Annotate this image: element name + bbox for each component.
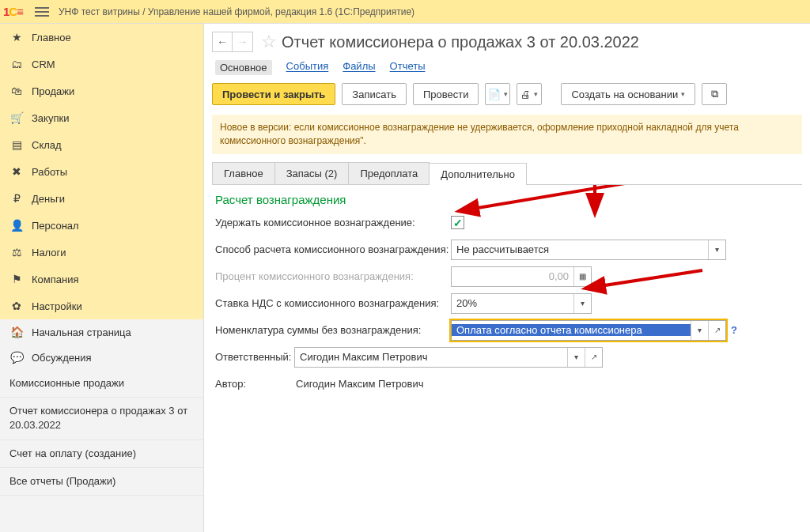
document-title: Отчет комиссионера о продажах 3 от 20.03…	[282, 33, 639, 51]
emblem-icon: ⚖	[9, 246, 24, 258]
section-subtabs: Основное События Файлы Отчеты	[204, 57, 810, 83]
sidebar-item-label: Работы	[32, 166, 67, 178]
input-percent[interactable]: 0,00 ▦	[451, 266, 592, 287]
print-dropdown-button[interactable]: 🖨▾	[517, 83, 542, 105]
sidebar-item-main[interactable]: ★Главное	[0, 24, 203, 51]
label-author: Автор:	[215, 378, 294, 390]
main-area: ← → ☆ Отчет комиссионера о продажах 3 от…	[204, 24, 810, 532]
chevron-down-icon[interactable]: ▾	[573, 294, 591, 313]
check-icon: ✓	[453, 217, 463, 228]
tab-main[interactable]: Главное	[212, 162, 275, 184]
sidebar-item-label: Настройки	[32, 300, 82, 312]
calc-icon[interactable]: ▦	[573, 267, 591, 286]
value-author: Сигодин Максим Петрович	[294, 378, 424, 390]
sidebar-item-label: Главное	[32, 32, 71, 43]
gear-icon: ✿	[9, 300, 24, 312]
info-banner: Новое в версии: если комиссионное вознаг…	[212, 115, 802, 154]
sidebar-item-works[interactable]: ✖Работы	[0, 158, 203, 185]
sidebar-item-crm[interactable]: 🗂CRM	[0, 51, 203, 77]
forward-button[interactable]: →	[233, 32, 253, 52]
open-icon[interactable]: ↗	[585, 348, 602, 367]
sidebar-item-personnel[interactable]: 👤Персонал	[0, 212, 203, 239]
sidebar-item-label: Склад	[32, 139, 62, 151]
titlebar: 1С≡ УНФ тест витрины / Управление нашей …	[0, 0, 810, 24]
back-button[interactable]: ←	[212, 32, 233, 52]
window-title: УНФ тест витрины / Управление нашей фирм…	[59, 6, 414, 17]
document-icon: 📄	[488, 89, 501, 100]
sidebar-item-purchases[interactable]: 🛒Закупки	[0, 104, 203, 131]
sidebar-item-taxes[interactable]: ⚖Налоги	[0, 239, 203, 266]
sidebar-item-label: Компания	[32, 274, 79, 285]
sidebar-item-money[interactable]: ₽Деньги	[0, 185, 203, 212]
form-additional: Расчет вознаграждения Удержать комиссион…	[204, 185, 810, 407]
home-icon: 🏠	[9, 326, 24, 338]
menu-icon[interactable]	[33, 5, 51, 19]
flag-icon: ⚑	[9, 273, 24, 285]
subtab-main[interactable]: Основное	[215, 60, 272, 75]
sidebar-item-label: Налоги	[32, 247, 66, 258]
sidebar-link-invoice[interactable]: Счет на оплату (создание)	[0, 440, 203, 468]
sidebar: ★Главное 🗂CRM 🛍Продажи 🛒Закупки ▤Склад ✖…	[0, 24, 204, 532]
person-icon: 👤	[9, 219, 24, 232]
select-nomenclature[interactable]: Оплата согласно отчета комиссионера ▾ ↗	[451, 320, 726, 341]
chevron-down-icon[interactable]: ▾	[567, 348, 585, 367]
sidebar-item-home[interactable]: 🏠Начальная страница	[0, 319, 203, 345]
chevron-down-icon[interactable]: ▾	[708, 240, 725, 259]
subtab-files[interactable]: Файлы	[343, 60, 375, 75]
label-vat-rate: Ставка НДС с комиссионного вознаграждени…	[215, 297, 451, 309]
warehouse-icon: ▤	[9, 138, 24, 151]
sidebar-item-label: CRM	[32, 58, 55, 70]
label-percent: Процент комиссионного вознаграждения:	[215, 270, 451, 282]
sidebar-item-label: Персонал	[32, 220, 79, 232]
logo-1c: 1С≡	[3, 4, 30, 20]
post-button[interactable]: Провести	[413, 83, 479, 105]
chevron-down-icon[interactable]: ▾	[691, 321, 708, 340]
sidebar-item-label: Начальная страница	[32, 326, 131, 338]
select-responsible[interactable]: Сигодин Максим Петрович ▾ ↗	[294, 347, 603, 368]
box-icon: 🛒	[9, 111, 24, 124]
card-icon: 🗂	[9, 58, 24, 70]
toolbar: Провести и закрыть Записать Провести 📄▾ …	[204, 83, 810, 115]
sidebar-item-warehouse[interactable]: ▤Склад	[0, 131, 203, 158]
sidebar-item-discussions[interactable]: 💬Обсуждения	[0, 345, 203, 370]
select-vat-rate[interactable]: 20% ▾	[451, 293, 592, 314]
tab-prepayment[interactable]: Предоплата	[348, 162, 430, 184]
sidebar-lower: 🏠Начальная страница 💬Обсуждения Комиссио…	[0, 319, 203, 532]
section-heading: Расчет вознаграждения	[215, 193, 799, 206]
ruble-icon: ₽	[9, 192, 24, 205]
star-icon: ★	[9, 31, 24, 43]
doc-dropdown-button[interactable]: 📄▾	[485, 83, 510, 105]
sidebar-upper: ★Главное 🗂CRM 🛍Продажи 🛒Закупки ▤Склад ✖…	[0, 24, 203, 319]
sidebar-link-allreports[interactable]: Все отчеты (Продажи)	[0, 468, 203, 496]
tabs: Главное Запасы (2) Предоплата Дополнител…	[212, 162, 802, 185]
sidebar-item-label: Закупки	[32, 112, 69, 124]
sidebar-item-label: Деньги	[32, 193, 65, 205]
sidebar-item-company[interactable]: ⚑Компания	[0, 266, 203, 292]
favorite-star-icon[interactable]: ☆	[261, 32, 277, 52]
open-icon[interactable]: ↗	[708, 321, 725, 340]
tab-additional[interactable]: Дополнительно	[429, 163, 527, 185]
tools-icon: ✖	[9, 165, 24, 178]
tab-stocks[interactable]: Запасы (2)	[274, 162, 350, 184]
cart-icon: 🛍	[9, 85, 24, 97]
select-calc-method[interactable]: Не рассчитывается ▾	[451, 240, 726, 260]
label-responsible: Ответственный:	[215, 351, 294, 363]
label-hold-commission: Удержать комиссионное вознаграждение:	[215, 217, 451, 228]
subtab-reports[interactable]: Отчеты	[390, 60, 426, 75]
label-calc-method: Способ расчета комиссионного вознагражде…	[215, 243, 451, 255]
help-icon[interactable]: ?	[731, 324, 737, 336]
create-based-on-button[interactable]: Создать на основании▾	[561, 83, 695, 105]
subtab-events[interactable]: События	[286, 60, 329, 75]
sidebar-item-sales[interactable]: 🛍Продажи	[0, 77, 203, 104]
sidebar-item-settings[interactable]: ✿Настройки	[0, 292, 203, 319]
label-nomenclature: Номенклатура суммы без вознаграждения:	[215, 324, 451, 336]
sidebar-item-label: Продажи	[32, 85, 74, 97]
sidebar-item-label: Обсуждения	[32, 352, 92, 364]
post-and-close-button[interactable]: Провести и закрыть	[212, 83, 335, 105]
checkbox-hold-commission[interactable]: ✓	[451, 216, 464, 229]
sidebar-link-report[interactable]: Отчет комиссионера о продажах 3 от 20.03…	[0, 398, 203, 440]
sidebar-link-commission[interactable]: Комиссионные продажи	[0, 370, 203, 398]
save-button[interactable]: Записать	[342, 83, 407, 105]
printer-icon: 🖨	[520, 89, 531, 100]
structure-button[interactable]: ⧉	[702, 83, 727, 105]
